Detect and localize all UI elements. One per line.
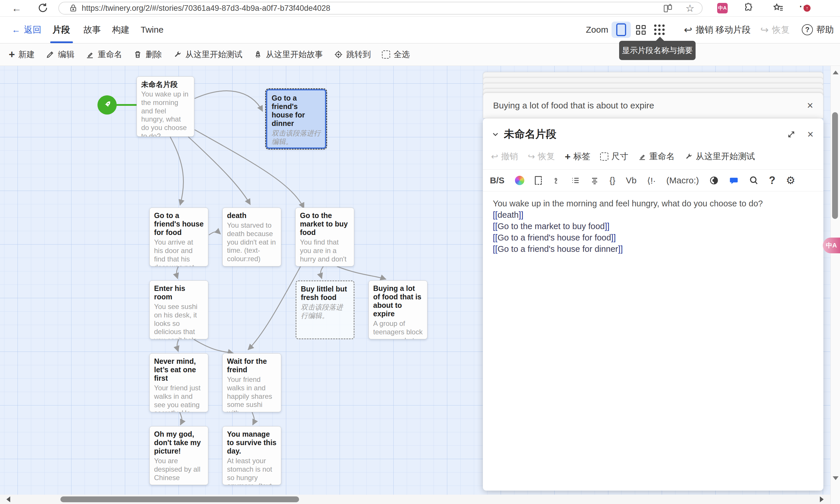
passage-card[interactable]: Go to the market to buy food You find th…: [295, 208, 354, 266]
passage-card[interactable]: Never mind, let’s eat one first Your fri…: [149, 353, 208, 412]
rename-icon: [85, 50, 94, 59]
preview-eye-icon[interactable]: [709, 176, 719, 185]
macro-button[interactable]: (Macro:): [666, 176, 699, 185]
help-button[interactable]: ? 帮助: [802, 16, 834, 43]
site-lock-icon[interactable]: [69, 3, 78, 13]
macro-glyph-icon[interactable]: ⟨!·: [647, 176, 656, 186]
chevron-down-icon[interactable]: [491, 130, 500, 139]
new-passage-button[interactable]: + 新建: [9, 48, 35, 61]
address-bar[interactable]: https://twinery.org/2/#/stories/70361a49…: [58, 2, 703, 15]
align-center-icon[interactable]: [590, 176, 599, 185]
redo-icon: ↪: [760, 24, 769, 36]
zoom-button-tooltip: 显示片段名称与摘要: [619, 41, 696, 60]
rename-passage-button[interactable]: 重命名: [638, 151, 674, 162]
size-button[interactable]: 尺寸: [600, 151, 628, 162]
close-icon[interactable]: ×: [807, 100, 813, 111]
split-screen-icon[interactable]: [663, 3, 673, 13]
select-all-icon: [382, 50, 390, 59]
ordered-list-icon[interactable]: [571, 176, 580, 185]
translate-floating-button[interactable]: 中A: [823, 238, 840, 253]
zoom-max-icon: [616, 23, 626, 36]
back-arrow-icon: ←: [12, 25, 20, 35]
passage-card[interactable]: 未命名片段 You wake up in the morning and fee…: [137, 76, 194, 137]
section-box-icon[interactable]: [535, 176, 542, 185]
browser-menu-icon[interactable]: ⋯ ↑: [799, 1, 810, 12]
test-from-here-button[interactable]: 从这里开始测试: [173, 49, 242, 60]
tab-story[interactable]: 故事: [83, 16, 101, 43]
passage-link-line: [[Go to a friend's house for food]]: [493, 232, 813, 244]
comment-bubble-icon[interactable]: [729, 176, 738, 185]
editor-action-bar: ↩ 撤销 ↪ 恢复 + 标签 尺寸 重命名: [483, 143, 823, 170]
passage-card[interactable]: Buying a lot of food that is about to ex…: [368, 281, 427, 339]
delete-button[interactable]: 删除: [133, 49, 162, 60]
search-icon[interactable]: [749, 176, 758, 185]
gear-icon[interactable]: ⚙: [786, 174, 795, 186]
zoom-medium-button[interactable]: [636, 16, 646, 43]
back-button[interactable]: ← 返回: [12, 16, 41, 43]
passage-card[interactable]: Oh my god, don't take my picture! You ar…: [149, 426, 208, 485]
passage-card-empty[interactable]: Buy littlel but fresh food 双击该段落进行编辑。: [295, 281, 355, 339]
passage-card[interactable]: Wait for the freind Your friend walks in…: [222, 353, 281, 412]
braces-icon[interactable]: {}: [610, 176, 615, 185]
url-text[interactable]: https://twinery.org/2/#/stories/70361a49…: [82, 4, 330, 13]
extensions-puzzle-icon[interactable]: [743, 2, 754, 13]
browser-window: ← https://twinery.org/2/#/stories/70361a…: [0, 0, 840, 504]
zoom-label: Zoom: [586, 16, 608, 43]
vertical-scroll-thumb[interactable]: [832, 112, 838, 219]
help-icon: ?: [802, 24, 813, 35]
passage-card[interactable]: Enter his room You see sushi on his desk…: [149, 281, 208, 339]
passage-card[interactable]: Go to a friend's house for food You arri…: [149, 208, 208, 266]
format-toolbar: B/S {} Vb ⟨!· (Macro:) ? ⚙: [483, 170, 823, 192]
go-to-button[interactable]: 跳转到: [334, 49, 371, 60]
redo-button[interactable]: ↪ 恢复: [760, 16, 790, 43]
edit-button[interactable]: 编辑: [46, 49, 74, 60]
passage-link-line: [[Go to the market to buy food]]: [493, 221, 813, 232]
vertical-scrollbar[interactable]: [830, 66, 840, 504]
passage-text-editor[interactable]: You wake up in the morning and feel hung…: [483, 192, 823, 261]
passage-card-selected[interactable]: Go to a friend's house for dinner 双击该段落进…: [266, 89, 326, 149]
passage-card[interactable]: death You starved to death because you d…: [222, 208, 281, 266]
passage-card[interactable]: You manage to survive this day. At least…: [222, 426, 281, 485]
scroll-left-icon[interactable]: [6, 497, 10, 502]
horizontal-scrollbar[interactable]: [0, 495, 830, 504]
translate-icon[interactable]: 中A: [717, 3, 728, 13]
verbatim-icon[interactable]: Vb: [626, 176, 637, 185]
undo-button[interactable]: ↩ 撤销 移动片段: [684, 16, 751, 43]
favorite-star-icon[interactable]: ☆: [686, 2, 695, 14]
rename-button[interactable]: 重命名: [85, 49, 122, 60]
help-icon[interactable]: ?: [769, 174, 775, 186]
active-tab-underline: [50, 41, 73, 43]
passage-link-line: [[Go to a friend's house for dinner]]: [493, 244, 813, 255]
tab-twine[interactable]: Twine: [141, 16, 164, 43]
text-style-icon[interactable]: B/S: [490, 176, 504, 185]
browser-refresh-icon[interactable]: [37, 2, 48, 13]
scroll-up-icon[interactable]: [833, 71, 839, 74]
rename-icon: [638, 152, 646, 161]
scroll-right-icon[interactable]: [820, 497, 824, 502]
select-all-button[interactable]: 全选: [382, 49, 410, 60]
link-icon[interactable]: [552, 176, 561, 185]
editor-undo-button[interactable]: ↩ 撤销: [491, 151, 518, 162]
passage-toolbar: + 新建 编辑 重命名 删除 从这里开始测试 从这里开始故事 跳转到: [0, 43, 840, 66]
close-icon[interactable]: ×: [807, 129, 813, 140]
add-tag-button[interactable]: + 标签: [565, 151, 590, 162]
size-icon: [600, 152, 608, 161]
zoom-dots-icon: [654, 24, 665, 35]
collapsed-dialog-row[interactable]: Buying a lot of food that is about to ex…: [483, 93, 823, 118]
zoom-max-button[interactable]: [612, 16, 631, 43]
horizontal-scroll-thumb[interactable]: [61, 497, 299, 502]
rocket-icon: [254, 50, 262, 59]
favorites-bar-icon[interactable]: [773, 2, 784, 13]
tab-passages[interactable]: 片段: [52, 16, 70, 43]
collapsed-dialog-title: Buying a lot of food that is about to ex…: [493, 101, 807, 110]
maximize-icon[interactable]: [787, 130, 796, 139]
color-icon[interactable]: [515, 176, 524, 185]
editor-redo-button[interactable]: ↪ 恢复: [528, 151, 555, 162]
start-story-here-button[interactable]: 从这里开始故事: [254, 49, 323, 60]
scroll-down-icon[interactable]: [833, 476, 839, 480]
undo-icon: ↩: [491, 151, 498, 161]
test-from-here-button[interactable]: 从这里开始测试: [685, 151, 755, 162]
tab-build[interactable]: 构建: [112, 16, 130, 43]
browser-back-icon[interactable]: ←: [12, 3, 22, 14]
undo-icon: ↩: [684, 24, 692, 36]
